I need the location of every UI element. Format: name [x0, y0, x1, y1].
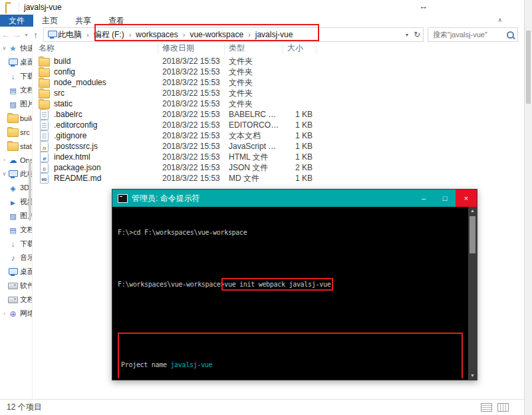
column-header-size[interactable]: 大小: [283, 41, 317, 55]
scroll-up-icon[interactable]: ▲: [468, 207, 477, 215]
file-name: src: [54, 88, 65, 98]
breadcrumb-segment[interactable]: 此电脑: [58, 29, 94, 41]
annotation-box-questions: Project name javalsj-vue Project descrip…: [118, 333, 463, 378]
screen: { "colors": { "annotation_red": "#e51c1c…: [0, 0, 532, 415]
sidebar-item-icon: [9, 268, 18, 275]
cmd-minimize-button[interactable]: –: [413, 190, 434, 207]
resize-arrows-icon[interactable]: ↔: [419, 1, 428, 11]
sidebar-item[interactable]: ∨ 此电脑: [0, 167, 32, 181]
sidebar-item-icon: [7, 114, 19, 123]
file-row[interactable]: .editorconfig 2018/3/22 15:53 EDITORCONF…: [35, 120, 321, 130]
sidebar-item[interactable]: 下载: [0, 237, 32, 251]
file-name: .gitignore: [54, 131, 86, 140]
cmd-scrollbar[interactable]: ▲ ▼: [468, 207, 477, 380]
cmd-close-button[interactable]: ×: [456, 190, 477, 207]
chevron-icon[interactable]: ›: [1, 311, 7, 317]
sidebar-item[interactable]: 文档 (D:): [0, 293, 32, 307]
file-row[interactable]: index.html 2018/3/22 15:53 HTML 文件 1 KB: [35, 152, 321, 162]
file-type-icon: [39, 79, 50, 88]
details-view-button[interactable]: [481, 403, 492, 412]
file-name: .babelrc: [54, 110, 82, 119]
sidebar-item[interactable]: 图片: [0, 97, 32, 111]
sidebar-item-label: 桌面: [20, 267, 32, 277]
scroll-down-icon[interactable]: ▼: [468, 372, 477, 380]
sidebar-item[interactable]: 文档: [0, 83, 32, 97]
chevron-icon[interactable]: ∨: [1, 45, 7, 51]
refresh-icon[interactable]: ↻: [414, 30, 420, 39]
breadcrumb-segment[interactable]: workspaces: [136, 30, 190, 39]
history-dropdown-icon[interactable]: ▾: [23, 32, 30, 38]
file-row[interactable]: node_modules 2018/3/22 15:53 文件夹: [35, 77, 321, 88]
cmd-scrollbar-thumb[interactable]: [469, 216, 475, 253]
file-row[interactable]: README.md 2018/3/22 15:53 MD 文件 1 KB: [35, 173, 321, 184]
column-header-name[interactable]: 名称: [35, 41, 158, 55]
tab-view[interactable]: 查看: [100, 15, 133, 27]
sidebar-item[interactable]: 下载: [0, 69, 32, 83]
thumbnail-view-button[interactable]: [497, 403, 509, 412]
sidebar-item[interactable]: 桌面: [0, 265, 32, 279]
file-list: build 2018/3/22 15:53 文件夹 config 2018/3/…: [35, 56, 321, 184]
sidebar-item-icon: [11, 72, 15, 81]
sidebar-item[interactable]: › OneDrive: [0, 153, 32, 167]
file-row[interactable]: build 2018/3/22 15:53 文件夹: [35, 56, 321, 67]
file-type: 文本文档: [225, 130, 283, 142]
cmd-body[interactable]: F:\>cd F:\workspaces\vue-workspace F:\wo…: [112, 207, 477, 380]
cmd-titlebar[interactable]: 管理员: 命令提示符 – □ ×: [112, 190, 477, 207]
breadcrumb-segment[interactable]: 编程 (F:): [94, 29, 136, 41]
sidebar-item[interactable]: 软件 (C:): [0, 279, 32, 293]
chevron-icon[interactable]: ∨: [1, 171, 7, 177]
page-scrollbar-thumb[interactable]: [526, 31, 531, 104]
page-scrollbar[interactable]: [524, 0, 532, 415]
address-bar[interactable]: 此电脑 编程 (F:) workspaces vue-workspace jav…: [43, 27, 424, 42]
sidebar-item-icon: [11, 253, 15, 263]
ribbon-collapse-icon[interactable]: ∧: [497, 17, 502, 23]
file-row[interactable]: package.json 2018/3/22 15:53 JSON 文件 2 K…: [35, 162, 321, 173]
breadcrumb-segment[interactable]: javalsj-vue: [255, 30, 293, 39]
cmd-maximize-button[interactable]: □: [434, 190, 456, 207]
file-date: 2018/3/22 15:53: [158, 131, 225, 140]
chevron-icon[interactable]: ›: [1, 157, 7, 163]
file-row[interactable]: config 2018/3/22 15:53 文件夹: [35, 67, 321, 77]
tab-share[interactable]: 共享: [66, 15, 100, 27]
file-row[interactable]: .babelrc 2018/3/22 15:53 BABELRC 文件 1 KB: [35, 109, 321, 120]
file-type-icon: [40, 152, 49, 162]
sidebar-item-icon: [9, 156, 17, 165]
sidebar-item[interactable]: 音乐: [0, 251, 32, 265]
sidebar-item[interactable]: build: [0, 111, 32, 125]
file-date: 2018/3/22 15:53: [158, 174, 225, 183]
sidebar-item[interactable]: 桌面: [0, 55, 32, 69]
search-input[interactable]: [432, 30, 505, 39]
sidebar-item[interactable]: 文档: [0, 223, 32, 237]
forward-button[interactable]: →: [11, 30, 23, 40]
file-row[interactable]: .postcssrc.js 2018/3/22 15:53 JavaScript…: [35, 141, 321, 152]
sidebar-item[interactable]: ∨ 快速访问: [0, 41, 32, 55]
sidebar-item[interactable]: src: [0, 125, 32, 139]
sidebar-item-icon: [11, 239, 15, 249]
sidebar-item[interactable]: › 网络: [0, 307, 32, 321]
window-title: javalsj-vue: [24, 3, 62, 12]
sidebar-item[interactable]: 图片: [0, 209, 32, 223]
column-header-type[interactable]: 类型: [225, 41, 283, 55]
sidebar-item-icon: [9, 211, 16, 221]
file-row[interactable]: src 2018/3/22 15:53 文件夹: [35, 88, 321, 98]
back-button[interactable]: ←: [0, 30, 11, 40]
sidebar-item[interactable]: 3D 对象: [0, 181, 32, 195]
sidebar-item-label: 音乐: [20, 253, 32, 263]
column-header-date[interactable]: 修改日期: [158, 41, 225, 55]
up-button[interactable]: ↑: [30, 30, 41, 40]
breadcrumb-segment[interactable]: vue-workspace: [190, 30, 255, 39]
file-row[interactable]: .gitignore 2018/3/22 15:53 文本文档 1 KB: [35, 130, 321, 141]
tab-file[interactable]: 文件: [0, 15, 33, 27]
file-name: index.html: [54, 152, 90, 162]
sidebar-item[interactable]: static: [0, 139, 32, 153]
sidebar-item[interactable]: 视频: [0, 195, 32, 209]
tab-home[interactable]: 主页: [33, 15, 66, 27]
cmd-question-line: Project name javalsj-vue: [121, 360, 460, 369]
address-dropdown-icon[interactable]: ▾: [406, 32, 408, 38]
file-date: 2018/3/22 15:53: [158, 99, 225, 108]
answer-text: javalsj-vue: [170, 361, 212, 368]
search-icon[interactable]: [507, 31, 514, 39]
file-row[interactable]: static 2018/3/22 15:53 文件夹: [35, 98, 321, 109]
sidebar-scrollbar-thumb[interactable]: [29, 160, 31, 221]
sidebar-item-icon: [7, 128, 19, 137]
